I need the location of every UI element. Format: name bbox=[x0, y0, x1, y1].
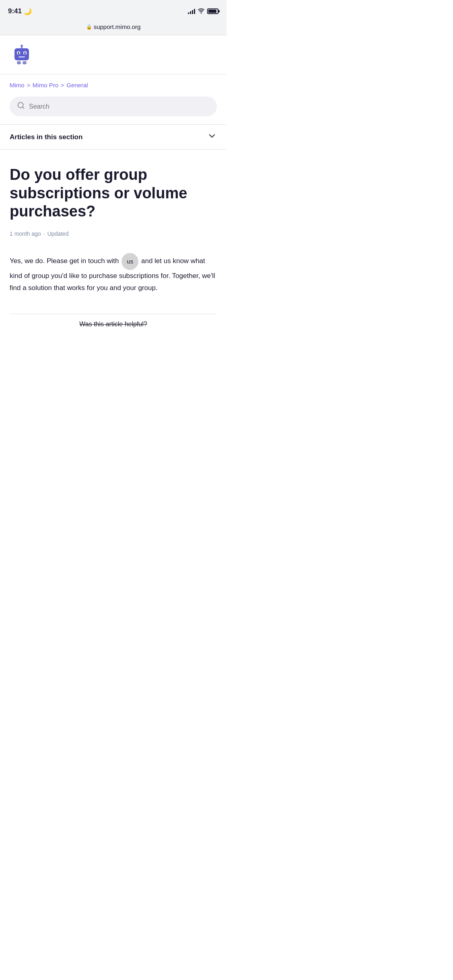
search-wrapper[interactable] bbox=[10, 97, 217, 116]
articles-section-header[interactable]: Articles in this section bbox=[0, 124, 226, 150]
breadcrumb: Mimo > Mimo Pro > General bbox=[0, 74, 226, 93]
article-title: Do you offer group subscriptions or volu… bbox=[10, 166, 217, 221]
body-link[interactable]: us bbox=[121, 253, 138, 270]
chevron-down-icon[interactable] bbox=[207, 131, 217, 143]
browser-url: 🔒 support.mimo.org bbox=[86, 23, 141, 30]
svg-rect-4 bbox=[24, 52, 26, 54]
breadcrumb-sep-2: > bbox=[61, 82, 64, 89]
article-updated: Updated bbox=[47, 231, 69, 237]
body-text-part1: Yes, we do. Please get in touch with bbox=[10, 257, 121, 265]
svg-line-11 bbox=[23, 107, 24, 109]
article-footer: Was this article helpful? bbox=[10, 314, 217, 328]
svg-rect-3 bbox=[18, 52, 19, 54]
lock-icon: 🔒 bbox=[86, 24, 92, 30]
svg-rect-5 bbox=[19, 56, 25, 58]
svg-rect-8 bbox=[17, 61, 21, 64]
browser-bar: 🔒 support.mimo.org bbox=[0, 20, 226, 35]
article-meta: 1 month ago · Updated bbox=[10, 231, 217, 237]
breadcrumb-mimo[interactable]: Mimo bbox=[10, 82, 25, 89]
article-body: Yes, we do. Please get in touch with us … bbox=[10, 253, 217, 294]
battery-icon bbox=[207, 8, 218, 14]
breadcrumb-sep-1: > bbox=[27, 82, 30, 89]
articles-section-title: Articles in this section bbox=[10, 133, 82, 141]
breadcrumb-general[interactable]: General bbox=[66, 82, 88, 89]
helpful-text: Was this article helpful? bbox=[79, 321, 147, 327]
meta-dot: · bbox=[43, 231, 45, 237]
svg-rect-0 bbox=[14, 48, 29, 60]
wifi-icon bbox=[198, 8, 205, 15]
status-time: 9:41 🌙 bbox=[8, 7, 32, 16]
article-content: Do you offer group subscriptions or volu… bbox=[0, 150, 226, 340]
svg-rect-9 bbox=[23, 61, 27, 64]
signal-icon bbox=[188, 8, 195, 14]
site-header bbox=[0, 35, 226, 74]
article-time: 1 month ago bbox=[10, 231, 41, 237]
time-display: 9:41 bbox=[8, 7, 22, 15]
moon-icon: 🌙 bbox=[23, 7, 32, 16]
search-input[interactable] bbox=[29, 103, 210, 110]
search-icon bbox=[17, 101, 25, 111]
svg-point-7 bbox=[21, 45, 23, 47]
status-icons bbox=[188, 8, 218, 15]
breadcrumb-mimo-pro[interactable]: Mimo Pro bbox=[33, 82, 58, 89]
search-container bbox=[0, 93, 226, 124]
logo[interactable] bbox=[10, 43, 34, 68]
url-text: support.mimo.org bbox=[94, 23, 141, 30]
status-bar: 9:41 🌙 bbox=[0, 0, 226, 20]
